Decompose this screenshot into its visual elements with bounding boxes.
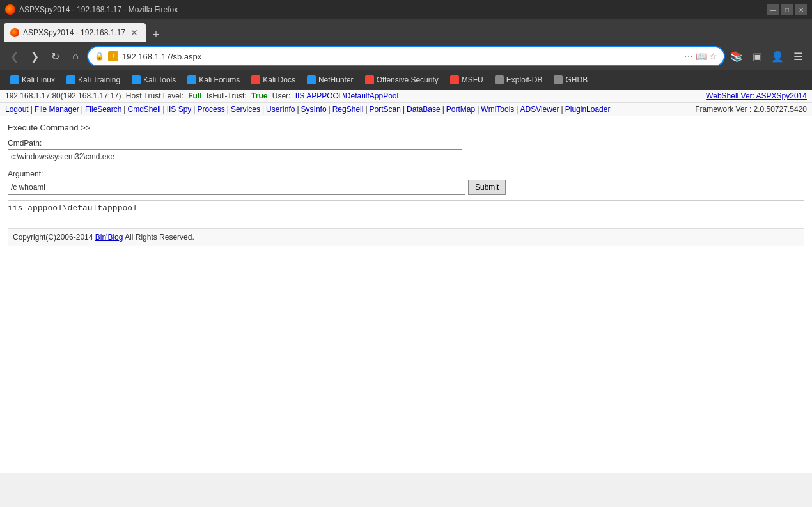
bookmark-kali-forums-label: Kali Forums: [199, 75, 240, 84]
cmdpath-label: CmdPath:: [8, 139, 804, 148]
bookmark-kali-tools-label: Kali Tools: [143, 75, 176, 84]
is-full-trust-value: True: [249, 91, 270, 100]
navbar: ❮ ❯ ↻ ⌂ 🔒 ! 192.168.1.17/sb.aspx ⋯ 📖 ☆ 📚…: [0, 42, 812, 70]
exploitdb-icon: [495, 75, 504, 84]
ghdb-icon: [554, 75, 563, 84]
bookmark-ghdb[interactable]: GHDB: [549, 74, 593, 86]
nav-link-file-manager[interactable]: File Manager: [35, 105, 79, 114]
new-tab-button[interactable]: +: [148, 27, 164, 42]
minimize-button[interactable]: —: [767, 4, 779, 15]
sidebar-button[interactable]: ▣: [748, 47, 766, 65]
nethunter-icon: [307, 75, 316, 84]
restore-button[interactable]: □: [781, 4, 793, 15]
nav-link-portscan[interactable]: PortScan: [370, 105, 401, 114]
argument-input[interactable]: [8, 180, 465, 195]
forward-button[interactable]: ❯: [26, 47, 43, 65]
kali-linux-icon: [10, 75, 19, 84]
account-button[interactable]: 👤: [769, 47, 786, 65]
footer-link[interactable]: Bin'Blog: [95, 233, 123, 242]
argument-label: Argument:: [8, 169, 804, 178]
nav-link-process[interactable]: Process: [197, 105, 224, 114]
cmdpath-input[interactable]: [8, 149, 462, 164]
offensive-security-icon: [365, 75, 374, 84]
nav-link-portmap[interactable]: PortMap: [446, 105, 475, 114]
bookmark-kali-tools[interactable]: Kali Tools: [127, 74, 181, 86]
bookmark-offensive-security[interactable]: Offensive Security: [360, 74, 444, 86]
trust-value: Full: [186, 91, 204, 100]
bookmark-offensive-security-label: Offensive Security: [377, 75, 439, 84]
urlbar-text[interactable]: 192.168.1.17/sb.aspx: [122, 52, 680, 61]
host-info: 192.168.1.17:80(192.168.1.17:17): [5, 91, 123, 100]
nav-link-cmdshell[interactable]: CmdShell: [127, 105, 160, 114]
command-output: iis apppool\defaultapppool: [8, 201, 804, 215]
security-icon: 🔒: [95, 52, 104, 61]
bookmark-star-button[interactable]: ☆: [709, 51, 717, 61]
bookmark-kali-training[interactable]: Kali Training: [61, 74, 125, 86]
msfu-icon: [450, 75, 459, 84]
status-bar: 192.168.1.17:80(192.168.1.17:17) Host Tr…: [0, 90, 812, 103]
bookmarks-bar: Kali Linux Kali Training Kali Tools Kali…: [0, 70, 812, 90]
urlbar-more-button[interactable]: ⋯: [684, 51, 693, 61]
webshell-version-link[interactable]: WebShell Ver: ASPXSpy2014: [706, 91, 807, 100]
bookmark-kali-forums[interactable]: Kali Forums: [182, 74, 245, 86]
nav-link-filesearch[interactable]: FileSearch: [85, 105, 121, 114]
kali-training-icon: [66, 75, 75, 84]
kali-forums-icon: [187, 75, 196, 84]
nav-link-pluginloader[interactable]: PluginLoader: [565, 105, 611, 114]
back-button[interactable]: ❮: [5, 47, 23, 65]
firefox-logo-icon: [5, 4, 15, 15]
bookmark-kali-linux-label: Kali Linux: [22, 75, 55, 84]
bookmark-kali-docs-label: Kali Docs: [263, 75, 295, 84]
submit-button[interactable]: Submit: [468, 180, 506, 195]
page-content: 192.168.1.17:80(192.168.1.17:17) Host Tr…: [0, 90, 812, 473]
host-trust-label: Host Trust Level:: [126, 91, 183, 100]
bookmark-kali-linux[interactable]: Kali Linux: [5, 74, 60, 86]
nav-link-regshell[interactable]: RegShell: [332, 105, 364, 114]
kali-docs-icon: [251, 75, 260, 84]
bookmark-kali-training-label: Kali Training: [78, 75, 120, 84]
nav-link-adsviewer[interactable]: ADSViewer: [520, 105, 559, 114]
nav-links-bar: Logout | File Manager | FileSearch | Cmd…: [0, 103, 812, 116]
framework-version: Framework Ver : 2.0.50727.5420: [695, 105, 807, 114]
reload-button[interactable]: ↻: [46, 47, 64, 65]
reader-mode-button[interactable]: 📖: [696, 51, 707, 61]
bookmark-ghdb-label: GHDB: [565, 75, 588, 84]
nav-link-database[interactable]: DataBase: [407, 105, 441, 114]
bookmark-kali-docs[interactable]: Kali Docs: [246, 74, 301, 86]
footer-copyright: Copyright(C)2006-2014: [13, 233, 95, 242]
cmdpath-row: CmdPath:: [8, 139, 804, 164]
section-title: Execute Command >>: [8, 123, 804, 132]
user-label: User:: [272, 91, 291, 100]
footer-rights: All Rights Reserved.: [123, 233, 194, 242]
footer: Copyright(C)2006-2014 Bin'Blog All Right…: [8, 228, 804, 246]
user-value: IIS APPPOOL\DefaultAppPool: [293, 91, 398, 100]
tab-label: ASPXSpy2014 - 192.168.1.17: [23, 28, 125, 37]
argument-row: Argument: Submit: [8, 169, 804, 195]
bookmark-exploitdb[interactable]: Exploit-DB: [490, 74, 548, 86]
bookmark-msfu-label: MSFU: [462, 75, 483, 84]
home-button[interactable]: ⌂: [66, 47, 84, 65]
urlbar[interactable]: 🔒 ! 192.168.1.17/sb.aspx ⋯ 📖 ☆: [87, 46, 725, 66]
nav-link-logout[interactable]: Logout: [5, 105, 29, 114]
main-content-area: Execute Command >> CmdPath: Argument: Su…: [0, 116, 812, 252]
bookmark-exploitdb-label: Exploit-DB: [506, 75, 543, 84]
nav-link-iis-spy[interactable]: IIS Spy: [167, 105, 192, 114]
titlebar: ASPXSpy2014 - 192.168.1.17 - Mozilla Fir…: [0, 0, 812, 19]
bookmark-nethunter-label: NetHunter: [318, 75, 354, 84]
tab-favicon-icon: [10, 28, 19, 37]
bookmark-msfu[interactable]: MSFU: [445, 74, 488, 86]
is-full-trust-label: IsFull-Trust:: [207, 91, 247, 100]
tabbar: ASPXSpy2014 - 192.168.1.17 ✕ +: [0, 19, 812, 42]
tab-close-button[interactable]: ✕: [129, 27, 139, 38]
library-button[interactable]: 📚: [728, 47, 746, 65]
browser-tab[interactable]: ASPXSpy2014 - 192.168.1.17 ✕: [4, 23, 146, 42]
close-button[interactable]: ✕: [795, 4, 807, 15]
nav-link-userinfo[interactable]: UserInfo: [266, 105, 295, 114]
nav-link-wmitools[interactable]: WmiTools: [481, 105, 514, 114]
bookmark-nethunter[interactable]: NetHunter: [302, 74, 359, 86]
kali-tools-icon: [132, 75, 141, 84]
window-title: ASPXSpy2014 - 192.168.1.17 - Mozilla Fir…: [19, 5, 178, 14]
nav-link-services[interactable]: Services: [231, 105, 260, 114]
nav-link-sysinfo[interactable]: SysInfo: [301, 105, 327, 114]
menu-button[interactable]: ☰: [789, 47, 807, 65]
